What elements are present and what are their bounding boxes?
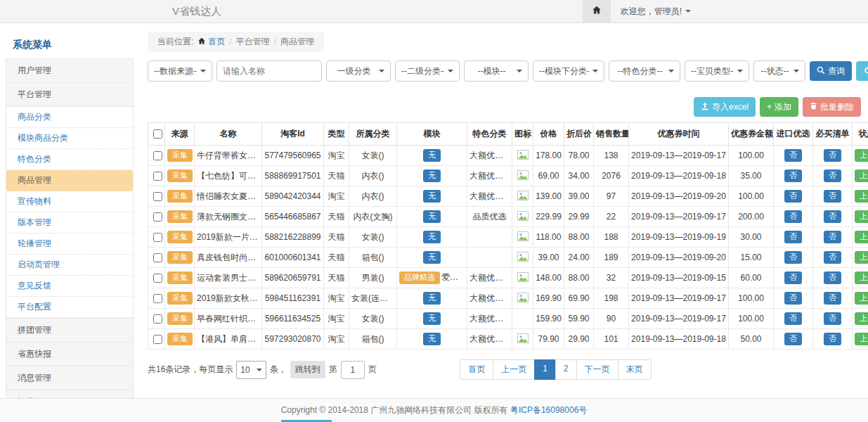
imported-badge: 否 xyxy=(784,231,802,243)
row-checkbox[interactable] xyxy=(153,253,162,262)
row-checkbox[interactable] xyxy=(153,314,162,324)
sidebar-item-模块商品分类[interactable]: 模块商品分类 xyxy=(6,128,134,149)
status-cell: 上架 xyxy=(853,268,868,288)
sidebar-item-商品管理[interactable]: 商品管理 xyxy=(6,170,134,191)
status-cell: 上架 xyxy=(853,146,868,166)
pager-2[interactable]: 2 xyxy=(555,359,577,380)
taoke-id-cell: 597293020870 xyxy=(262,329,324,350)
filter-select-3[interactable]: --二级分类-- xyxy=(395,60,460,82)
module-badge: 无 xyxy=(423,333,441,345)
product-image-icon xyxy=(517,272,529,282)
imported-cell: 否 xyxy=(774,288,813,309)
source-cell: 采集 xyxy=(165,288,195,309)
row-checkbox[interactable] xyxy=(153,151,162,160)
feature-cell xyxy=(467,248,512,268)
row-checkbox-cell xyxy=(148,227,165,248)
sidebar-item-平台管理[interactable]: 平台管理 xyxy=(6,83,134,107)
type-cell: 天猫 xyxy=(324,166,349,186)
pager-上一页[interactable]: 上一页 xyxy=(493,359,535,380)
filter-select-2[interactable]: 一级分类 xyxy=(326,60,391,82)
column-header-所属分类: 所属分类 xyxy=(349,123,397,146)
category-cell: 内衣(文胸) xyxy=(349,207,397,227)
caret-down-icon xyxy=(685,10,691,13)
filter-select-6[interactable]: --特色分类-- xyxy=(609,60,680,82)
status-badge: 上架 xyxy=(855,292,868,304)
sidebar-item-轮播管理[interactable]: 轮播管理 xyxy=(6,234,134,255)
row-checkbox[interactable] xyxy=(153,274,162,283)
imported-badge: 否 xyxy=(784,149,802,161)
jump-button[interactable]: 跳转到 xyxy=(290,361,325,378)
sidebar-item-平台配置[interactable]: 平台配置 xyxy=(6,297,134,318)
filter-select-8[interactable]: --状态-- xyxy=(753,60,805,82)
row-checkbox-cell xyxy=(148,329,165,350)
column-header-来源: 来源 xyxy=(165,123,195,146)
product-image-icon xyxy=(517,150,529,160)
coupon-time-cell: 2019-09-13—2019-09-20 xyxy=(629,248,729,268)
sidebar-item-拼团管理[interactable]: 拼团管理 xyxy=(6,318,134,343)
caret-down-icon xyxy=(592,70,598,72)
breadcrumb-home-link[interactable]: 首页 xyxy=(197,36,225,48)
caret-down-icon xyxy=(517,70,522,72)
price-cell: 69.00 xyxy=(533,166,564,186)
source-cell: 采集 xyxy=(165,227,195,248)
filter-select-7[interactable]: --宝贝类型-- xyxy=(685,60,749,82)
home-button[interactable] xyxy=(583,0,611,23)
reset-button[interactable]: 重置 xyxy=(856,61,868,81)
filter-select-0[interactable]: --数据来源-- xyxy=(148,60,212,82)
pager-下一页[interactable]: 下一页 xyxy=(576,359,618,380)
select-label: --宝贝类型-- xyxy=(691,65,734,77)
status-badge: 上架 xyxy=(855,312,868,324)
status-badge: 上架 xyxy=(855,333,868,345)
select-all-checkbox[interactable] xyxy=(153,129,162,139)
per-page-select[interactable]: 10 xyxy=(236,361,266,379)
pager-末页[interactable]: 末页 xyxy=(618,359,652,380)
add-button[interactable]: + 添加 xyxy=(760,97,798,117)
row-checkbox[interactable] xyxy=(153,335,162,344)
must-buy-cell: 否 xyxy=(813,207,853,227)
row-checkbox[interactable] xyxy=(153,294,162,303)
pager-首页[interactable]: 首页 xyxy=(460,359,493,380)
sidebar-item-意见反馈[interactable]: 意见反馈 xyxy=(6,276,134,297)
sales-cell: 198 xyxy=(594,288,629,309)
row-checkbox-cell xyxy=(148,146,165,166)
icp-link[interactable]: 粤ICP备16098006号 xyxy=(510,404,587,416)
batch-delete-button[interactable]: 批量删除 xyxy=(803,97,861,117)
row-checkbox-cell xyxy=(148,207,165,227)
source-badge: 采集 xyxy=(167,312,193,324)
name-search-input[interactable] xyxy=(216,60,322,82)
source-cell: 采集 xyxy=(165,248,195,268)
sidebar-item-消息管理[interactable]: 消息管理 xyxy=(6,366,134,390)
page-number-input[interactable] xyxy=(341,361,365,379)
column-header-进口优选: 进口优选 xyxy=(774,123,813,146)
user-menu[interactable]: 欢迎您，管理员! xyxy=(611,6,701,18)
sidebar-item-省惠快报[interactable]: 省惠快报 xyxy=(6,343,134,366)
row-checkbox[interactable] xyxy=(153,172,162,181)
sidebar-item-版本管理[interactable]: 版本管理 xyxy=(6,212,134,234)
filter-select-4[interactable]: --模块-- xyxy=(464,60,529,82)
must-buy-badge: 否 xyxy=(824,292,841,304)
sidebar-item-订单管理[interactable]: 订单管理 xyxy=(6,390,134,398)
coupon-time-cell: 2019-09-13—2019-09-18 xyxy=(629,329,729,350)
row-checkbox[interactable] xyxy=(153,192,162,201)
filter-select-5[interactable]: --模块下分类-- xyxy=(533,60,604,82)
sidebar-item-特色分类[interactable]: 特色分类 xyxy=(6,149,134,170)
sidebar-item-宣传物料[interactable]: 宣传物料 xyxy=(6,191,134,212)
module-badge: 无 xyxy=(423,312,441,324)
sidebar-item-商品分类[interactable]: 商品分类 xyxy=(6,107,134,128)
icon-cell xyxy=(512,186,533,207)
icon-cell xyxy=(512,268,533,288)
import-excel-button[interactable]: 导入excel xyxy=(694,97,756,117)
discount-price-cell: 34.00 xyxy=(564,166,594,186)
column-header-必买清单: 必买清单 xyxy=(813,123,853,146)
row-checkbox[interactable] xyxy=(153,212,162,222)
sidebar-item-启动页管理[interactable]: 启动页管理 xyxy=(6,255,134,276)
type-cell: 淘宝 xyxy=(324,146,349,166)
row-checkbox[interactable] xyxy=(153,233,162,242)
search-button[interactable]: 查询 xyxy=(810,61,852,81)
pager-1[interactable]: 1 xyxy=(534,359,556,380)
sidebar-item-用户管理[interactable]: 用户管理 xyxy=(6,58,134,83)
module-badge: 无 xyxy=(423,190,441,202)
record-count-text: 共16条记录，每页显示 xyxy=(148,364,233,376)
coupon-amount-cell: 35.00 xyxy=(729,166,774,186)
taoke-id-cell: 596611634525 xyxy=(262,309,324,329)
